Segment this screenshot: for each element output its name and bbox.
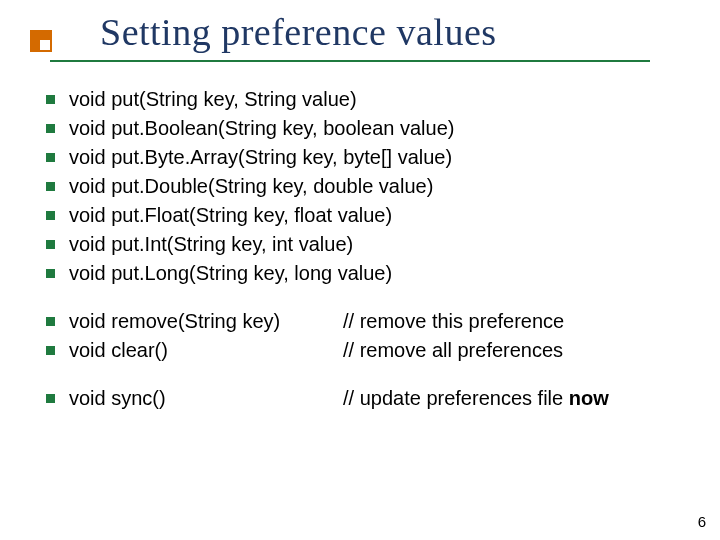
method-text: void put.Double(String key, double value… xyxy=(69,173,433,199)
accent-square xyxy=(30,30,52,52)
bullet-icon xyxy=(46,346,55,355)
line: void clear() // remove all preferences xyxy=(69,337,686,363)
method-text: void put.Byte.Array(String key, byte[] v… xyxy=(69,144,452,170)
list-item: void put.Int(String key, int value) xyxy=(46,231,686,257)
method-text: void sync() xyxy=(69,385,319,411)
method-text: void put(String key, String value) xyxy=(69,86,357,112)
method-text: void put.Int(String key, int value) xyxy=(69,231,353,257)
comment-text: // remove all preferences xyxy=(343,337,563,363)
bullet-icon xyxy=(46,95,55,104)
group-sync: void sync() // update preferences file n… xyxy=(46,385,686,411)
page-title: Setting preference values xyxy=(100,10,497,54)
title-wrap: Setting preference values xyxy=(100,10,497,54)
bullet-icon xyxy=(46,269,55,278)
method-text: void put.Boolean(String key, boolean val… xyxy=(69,115,454,141)
list-item: void put.Double(String key, double value… xyxy=(46,173,686,199)
title-underline xyxy=(50,60,650,62)
bullet-icon xyxy=(46,394,55,403)
group-remove-clear: void remove(String key) // remove this p… xyxy=(46,308,686,363)
comment-prefix: // update preferences file xyxy=(343,387,569,409)
bullet-icon xyxy=(46,317,55,326)
list-item: void put.Float(String key, float value) xyxy=(46,202,686,228)
list-item: void put.Long(String key, long value) xyxy=(46,260,686,286)
comment-text: // remove this preference xyxy=(343,308,564,334)
bullet-icon xyxy=(46,211,55,220)
line: void remove(String key) // remove this p… xyxy=(69,308,686,334)
list-item: void remove(String key) // remove this p… xyxy=(46,308,686,334)
list-item: void put(String key, String value) xyxy=(46,86,686,112)
bullet-icon xyxy=(46,124,55,133)
list-item: void put.Byte.Array(String key, byte[] v… xyxy=(46,144,686,170)
bullet-icon xyxy=(46,153,55,162)
list-item: void sync() // update preferences file n… xyxy=(46,385,686,411)
list-item: void clear() // remove all preferences xyxy=(46,337,686,363)
method-text: void put.Long(String key, long value) xyxy=(69,260,392,286)
body: void put(String key, String value) void … xyxy=(46,86,686,433)
comment-text: // update preferences file now xyxy=(343,385,609,411)
comment-bold: now xyxy=(569,387,609,409)
line: void sync() // update preferences file n… xyxy=(69,385,686,411)
list-item: void put.Boolean(String key, boolean val… xyxy=(46,115,686,141)
bullet-icon xyxy=(46,182,55,191)
method-text: void put.Float(String key, float value) xyxy=(69,202,392,228)
method-text: void remove(String key) xyxy=(69,308,319,334)
page-number: 6 xyxy=(698,513,706,530)
bullet-icon xyxy=(46,240,55,249)
method-text: void clear() xyxy=(69,337,319,363)
accent-square-inner xyxy=(40,40,50,50)
slide: Setting preference values void put(Strin… xyxy=(0,0,720,540)
group-put-methods: void put(String key, String value) void … xyxy=(46,86,686,286)
